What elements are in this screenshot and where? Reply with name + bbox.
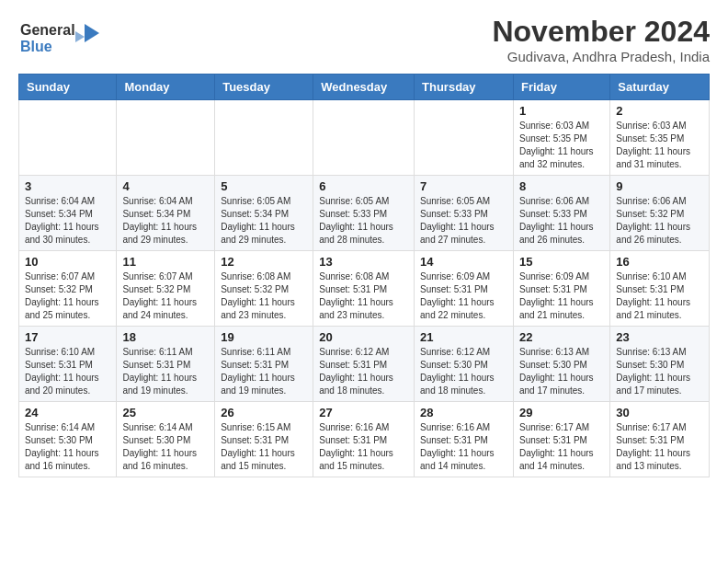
day-cell: 23Sunrise: 6:13 AM Sunset: 5:30 PM Dayli… <box>610 327 710 402</box>
day-info: Sunrise: 6:07 AM Sunset: 5:32 PM Dayligh… <box>122 270 209 322</box>
day-info: Sunrise: 6:06 AM Sunset: 5:32 PM Dayligh… <box>616 195 703 247</box>
day-number: 15 <box>519 255 604 269</box>
day-info: Sunrise: 6:16 AM Sunset: 5:31 PM Dayligh… <box>420 421 507 473</box>
day-cell: 12Sunrise: 6:08 AM Sunset: 5:32 PM Dayli… <box>215 251 313 327</box>
day-cell: 26Sunrise: 6:15 AM Sunset: 5:31 PM Dayli… <box>215 402 313 477</box>
day-number: 17 <box>25 330 110 344</box>
day-number: 10 <box>25 255 110 269</box>
day-cell: 16Sunrise: 6:10 AM Sunset: 5:31 PM Dayli… <box>610 251 710 327</box>
logo: General Blue <box>18 15 101 63</box>
day-info: Sunrise: 6:13 AM Sunset: 5:30 PM Dayligh… <box>616 346 703 397</box>
day-cell: 1Sunrise: 6:03 AM Sunset: 5:35 PM Daylig… <box>513 100 609 176</box>
week-row-3: 10Sunrise: 6:07 AM Sunset: 5:32 PM Dayli… <box>19 251 710 327</box>
header: General Blue November 2024 Gudivava, And… <box>18 15 710 64</box>
week-row-4: 17Sunrise: 6:10 AM Sunset: 5:31 PM Dayli… <box>19 327 710 402</box>
week-row-5: 24Sunrise: 6:14 AM Sunset: 5:30 PM Dayli… <box>19 402 710 477</box>
day-cell <box>19 100 117 176</box>
day-cell <box>117 100 215 176</box>
day-number: 6 <box>319 179 408 193</box>
day-number: 13 <box>319 255 408 269</box>
day-cell: 22Sunrise: 6:13 AM Sunset: 5:30 PM Dayli… <box>513 327 609 402</box>
day-number: 28 <box>420 406 507 419</box>
day-info: Sunrise: 6:03 AM Sunset: 5:35 PM Dayligh… <box>519 120 604 171</box>
day-cell: 7Sunrise: 6:05 AM Sunset: 5:33 PM Daylig… <box>415 176 514 251</box>
svg-marker-3 <box>75 31 85 42</box>
day-cell <box>215 100 313 176</box>
day-info: Sunrise: 6:05 AM Sunset: 5:33 PM Dayligh… <box>420 195 507 247</box>
day-info: Sunrise: 6:04 AM Sunset: 5:34 PM Dayligh… <box>122 195 209 247</box>
month-title: November 2024 <box>492 15 710 49</box>
day-info: Sunrise: 6:05 AM Sunset: 5:33 PM Dayligh… <box>319 195 408 247</box>
day-info: Sunrise: 6:13 AM Sunset: 5:30 PM Dayligh… <box>519 346 604 397</box>
day-info: Sunrise: 6:06 AM Sunset: 5:33 PM Dayligh… <box>519 195 604 247</box>
day-cell: 8Sunrise: 6:06 AM Sunset: 5:33 PM Daylig… <box>513 176 609 251</box>
day-number: 30 <box>616 406 703 419</box>
day-cell: 29Sunrise: 6:17 AM Sunset: 5:31 PM Dayli… <box>513 402 609 477</box>
day-info: Sunrise: 6:05 AM Sunset: 5:34 PM Dayligh… <box>221 195 307 247</box>
day-cell: 18Sunrise: 6:11 AM Sunset: 5:31 PM Dayli… <box>117 327 215 402</box>
day-cell: 30Sunrise: 6:17 AM Sunset: 5:31 PM Dayli… <box>610 402 710 477</box>
calendar: SundayMondayTuesdayWednesdayThursdayFrid… <box>18 74 710 477</box>
day-info: Sunrise: 6:12 AM Sunset: 5:30 PM Dayligh… <box>420 346 507 397</box>
day-info: Sunrise: 6:07 AM Sunset: 5:32 PM Dayligh… <box>25 270 110 322</box>
day-info: Sunrise: 6:10 AM Sunset: 5:31 PM Dayligh… <box>25 346 110 397</box>
logo-wordmark: General Blue <box>18 15 101 63</box>
weekday-header-row: SundayMondayTuesdayWednesdayThursdayFrid… <box>19 75 710 100</box>
day-info: Sunrise: 6:16 AM Sunset: 5:31 PM Dayligh… <box>319 421 408 473</box>
day-number: 7 <box>420 179 507 193</box>
day-number: 27 <box>319 406 408 419</box>
day-cell: 14Sunrise: 6:09 AM Sunset: 5:31 PM Dayli… <box>415 251 514 327</box>
day-cell: 24Sunrise: 6:14 AM Sunset: 5:30 PM Dayli… <box>19 402 117 477</box>
day-cell: 25Sunrise: 6:14 AM Sunset: 5:30 PM Dayli… <box>117 402 215 477</box>
day-info: Sunrise: 6:08 AM Sunset: 5:31 PM Dayligh… <box>319 270 408 322</box>
day-cell: 2Sunrise: 6:03 AM Sunset: 5:35 PM Daylig… <box>610 100 710 176</box>
day-number: 23 <box>616 330 703 344</box>
day-number: 1 <box>519 104 604 118</box>
day-cell: 3Sunrise: 6:04 AM Sunset: 5:34 PM Daylig… <box>19 176 117 251</box>
day-info: Sunrise: 6:11 AM Sunset: 5:31 PM Dayligh… <box>221 346 307 397</box>
day-number: 19 <box>221 330 307 344</box>
svg-marker-2 <box>85 24 99 42</box>
day-cell: 15Sunrise: 6:09 AM Sunset: 5:31 PM Dayli… <box>513 251 609 327</box>
day-number: 5 <box>221 179 307 193</box>
week-row-2: 3Sunrise: 6:04 AM Sunset: 5:34 PM Daylig… <box>19 176 710 251</box>
day-number: 3 <box>25 179 110 193</box>
day-info: Sunrise: 6:10 AM Sunset: 5:31 PM Dayligh… <box>616 270 703 322</box>
day-info: Sunrise: 6:12 AM Sunset: 5:31 PM Dayligh… <box>319 346 408 397</box>
day-number: 24 <box>25 406 110 419</box>
day-cell: 5Sunrise: 6:05 AM Sunset: 5:34 PM Daylig… <box>215 176 313 251</box>
day-number: 18 <box>122 330 209 344</box>
day-number: 20 <box>319 330 408 344</box>
day-number: 21 <box>420 330 507 344</box>
day-cell: 10Sunrise: 6:07 AM Sunset: 5:32 PM Dayli… <box>19 251 117 327</box>
weekday-header-thursday: Thursday <box>415 75 514 100</box>
day-number: 29 <box>519 406 604 419</box>
weekday-header-wednesday: Wednesday <box>313 75 415 100</box>
day-number: 9 <box>616 179 703 193</box>
day-number: 14 <box>420 255 507 269</box>
day-number: 16 <box>616 255 703 269</box>
day-info: Sunrise: 6:14 AM Sunset: 5:30 PM Dayligh… <box>122 421 209 473</box>
day-cell <box>313 100 415 176</box>
location-title: Gudivava, Andhra Pradesh, India <box>492 49 710 64</box>
weekday-header-sunday: Sunday <box>19 75 117 100</box>
day-number: 12 <box>221 255 307 269</box>
day-number: 4 <box>122 179 209 193</box>
day-cell: 17Sunrise: 6:10 AM Sunset: 5:31 PM Dayli… <box>19 327 117 402</box>
day-info: Sunrise: 6:17 AM Sunset: 5:31 PM Dayligh… <box>519 421 604 473</box>
day-cell: 19Sunrise: 6:11 AM Sunset: 5:31 PM Dayli… <box>215 327 313 402</box>
weekday-header-monday: Monday <box>117 75 215 100</box>
day-info: Sunrise: 6:04 AM Sunset: 5:34 PM Dayligh… <box>25 195 110 247</box>
day-info: Sunrise: 6:15 AM Sunset: 5:31 PM Dayligh… <box>221 421 307 473</box>
svg-text:General: General <box>20 22 75 38</box>
day-info: Sunrise: 6:03 AM Sunset: 5:35 PM Dayligh… <box>616 120 703 171</box>
day-number: 11 <box>122 255 209 269</box>
day-cell: 20Sunrise: 6:12 AM Sunset: 5:31 PM Dayli… <box>313 327 415 402</box>
week-row-1: 1Sunrise: 6:03 AM Sunset: 5:35 PM Daylig… <box>19 100 710 176</box>
day-number: 2 <box>616 104 703 118</box>
day-number: 25 <box>122 406 209 419</box>
weekday-header-saturday: Saturday <box>610 75 710 100</box>
day-cell: 28Sunrise: 6:16 AM Sunset: 5:31 PM Dayli… <box>415 402 514 477</box>
day-info: Sunrise: 6:14 AM Sunset: 5:30 PM Dayligh… <box>25 421 110 473</box>
day-number: 22 <box>519 330 604 344</box>
